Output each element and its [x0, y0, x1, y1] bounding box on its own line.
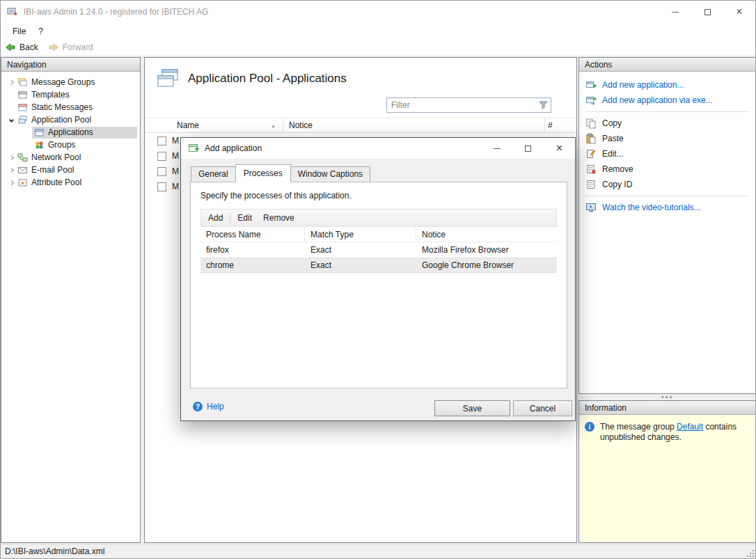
add-application-dialog: Add application × General Processes Wind…: [180, 137, 576, 421]
row-checkbox[interactable]: [157, 182, 166, 191]
nav-item-groups[interactable]: Groups: [1, 139, 140, 151]
attribute-pool-icon: [17, 178, 28, 188]
information-panel: Information i The message group Default …: [578, 400, 756, 543]
cancel-button[interactable]: Cancel: [513, 400, 572, 416]
toolbar-separator: [230, 213, 230, 223]
column-header-notice[interactable]: Notice: [283, 118, 545, 132]
dialog-titlebar: Add application ×: [181, 138, 575, 159]
column-header-process-name[interactable]: Process Name: [200, 227, 305, 242]
nav-item-email-pool[interactable]: E-mail Pool: [1, 164, 140, 176]
minimize-icon: [494, 148, 501, 149]
chevron-right-icon[interactable]: [7, 78, 15, 86]
close-button[interactable]: ×: [723, 1, 755, 23]
nav-item-label: Groups: [48, 140, 75, 150]
default-group-link[interactable]: Default: [677, 422, 703, 432]
remove-icon: [585, 164, 597, 175]
dialog-minimize-button[interactable]: [481, 138, 512, 159]
process-row-chrome[interactable]: chrome Exact Google Chrome Browser: [200, 258, 557, 273]
action-paste[interactable]: Paste: [579, 131, 755, 146]
notice-cell: Google Chrome Browser: [416, 260, 557, 270]
resize-grip-icon[interactable]: [746, 549, 754, 557]
action-add-new-application-via-exe[interactable]: Add new application via exe...: [579, 93, 755, 108]
forward-arrow-icon: [48, 42, 59, 53]
nav-item-static-messages[interactable]: Static Messages: [1, 101, 140, 113]
remove-process-button[interactable]: Remove: [258, 210, 300, 226]
row-checkbox[interactable]: [157, 152, 166, 161]
nav-item-templates[interactable]: Templates: [1, 88, 140, 101]
row-checkbox[interactable]: [157, 167, 166, 176]
notice-cell: Mozilla Firefox Browser: [416, 245, 557, 255]
processes-group: Add Edit Remove Process Name Match Type …: [200, 209, 557, 273]
edit-process-button[interactable]: Edit: [232, 210, 258, 226]
paste-icon: [585, 133, 597, 144]
information-message: The message group Default contains unpub…: [600, 422, 750, 443]
edit-icon: [585, 148, 597, 159]
panel-splitter[interactable]: •••: [578, 394, 756, 400]
action-remove[interactable]: Remove: [579, 162, 755, 177]
help-link[interactable]: ? Help: [193, 402, 224, 411]
filter-input[interactable]: [386, 97, 551, 113]
add-application-icon: [585, 79, 597, 90]
dialog-window-controls: ×: [481, 138, 575, 159]
action-watch-video-tutorials[interactable]: Watch the video-tutorials...: [579, 200, 755, 215]
row-name: M: [172, 166, 179, 176]
dialog-close-button[interactable]: ×: [544, 138, 575, 159]
row-checkbox[interactable]: [157, 136, 166, 145]
minimize-button[interactable]: [659, 1, 691, 23]
column-header-name[interactable]: Name ▲: [145, 118, 283, 132]
applications-table-header: Name ▲ Notice #: [145, 118, 576, 133]
application-pool-header-icon: [156, 68, 180, 89]
page-title: Application Pool - Applications: [188, 72, 347, 86]
forward-button[interactable]: Forward: [48, 42, 93, 53]
nav-item-label: Static Messages: [31, 102, 93, 112]
window-controls: ×: [659, 1, 755, 23]
statusbar: D:\IBI-aws\Admin\Data.xml: [1, 544, 755, 558]
info-text-before: The message group: [600, 422, 677, 432]
action-copy[interactable]: Copy: [579, 116, 755, 131]
menu-help[interactable]: ?: [32, 24, 49, 38]
chevron-right-icon[interactable]: [7, 166, 15, 174]
help-label: Help: [207, 402, 224, 411]
applications-icon: [34, 127, 45, 138]
actions-panel: Actions Add new application... Add new a…: [578, 57, 756, 394]
add-application-exe-icon: [585, 95, 597, 106]
action-edit[interactable]: Edit...: [579, 146, 755, 162]
information-body: i The message group Default contains unp…: [579, 415, 755, 542]
menu-file[interactable]: File: [6, 24, 32, 38]
chevron-down-icon[interactable]: [7, 116, 15, 124]
dialog-maximize-button[interactable]: [512, 138, 544, 159]
nav-item-label: Attribute Pool: [31, 178, 81, 187]
column-header-notice[interactable]: Notice: [416, 227, 557, 242]
close-icon: ×: [556, 143, 562, 154]
action-copy-id[interactable]: Copy ID: [579, 177, 755, 192]
splitter-grip-icon: •••: [661, 395, 674, 399]
process-row-firefox[interactable]: firefox Exact Mozilla Firefox Browser: [200, 242, 557, 258]
tab-processes[interactable]: Processes: [235, 164, 291, 182]
information-header: Information: [579, 401, 755, 415]
action-label: Watch the video-tutorials...: [602, 203, 701, 212]
action-add-new-application[interactable]: Add new application...: [579, 77, 755, 93]
column-header-count[interactable]: #: [545, 118, 576, 132]
save-button[interactable]: Save: [434, 400, 510, 416]
maximize-button[interactable]: [691, 1, 723, 23]
filter-container: [386, 97, 551, 113]
tab-window-captions[interactable]: Window Captions: [291, 166, 370, 182]
info-icon: i: [585, 422, 594, 432]
actions-header: Actions: [579, 58, 755, 72]
add-process-button[interactable]: Add: [203, 210, 228, 226]
chevron-right-icon[interactable]: [7, 153, 15, 162]
nav-item-message-groups[interactable]: Message Groups: [1, 76, 140, 88]
nav-item-attribute-pool[interactable]: Attribute Pool: [1, 176, 140, 189]
processes-description: Specify the processes of this applicatio…: [191, 182, 567, 207]
tab-general[interactable]: General: [191, 166, 236, 182]
nav-item-application-pool[interactable]: Application Pool: [1, 113, 140, 126]
chevron-right-icon[interactable]: [7, 178, 15, 187]
column-header-match-type[interactable]: Match Type: [305, 227, 416, 242]
nav-item-applications[interactable]: Applications: [1, 126, 140, 139]
column-label: Notice: [289, 120, 313, 130]
back-button[interactable]: Back: [5, 42, 38, 53]
nav-item-network-pool[interactable]: Network Pool: [1, 151, 140, 164]
filter-icon[interactable]: [539, 100, 548, 109]
column-label: Name: [177, 120, 199, 130]
nav-item-label: Applications: [48, 127, 93, 137]
